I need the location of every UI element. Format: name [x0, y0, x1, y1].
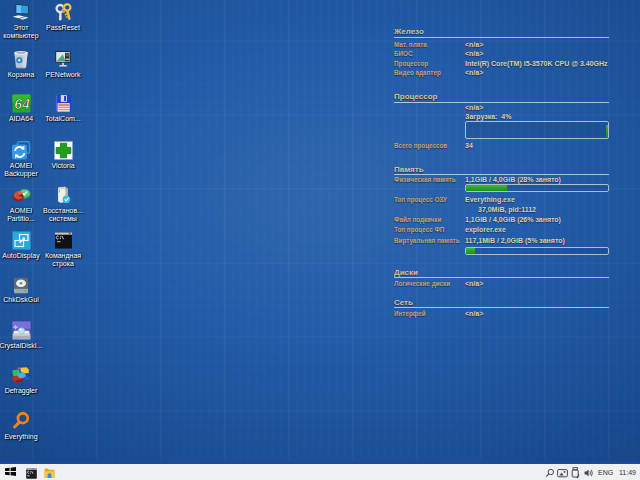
svg-text:64: 64 [14, 96, 30, 112]
